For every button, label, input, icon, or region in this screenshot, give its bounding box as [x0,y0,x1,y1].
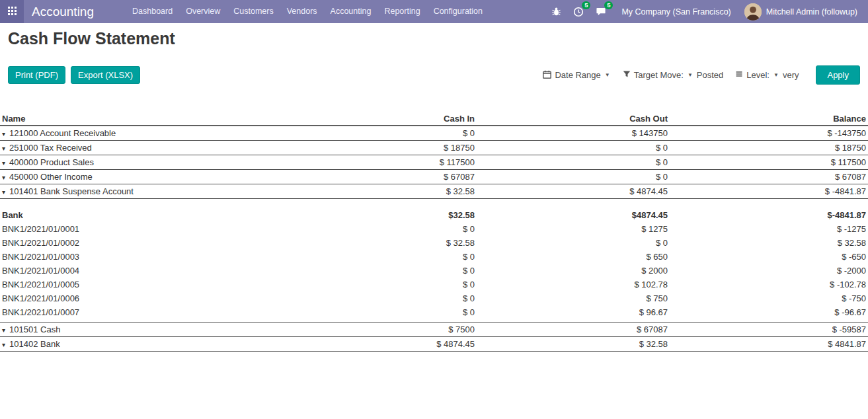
level-value: very [783,70,799,80]
date-range-label: Date Range [555,70,600,80]
spacer-cell [0,199,868,208]
name-cell: BNK1/2021/01/0007 [0,305,284,319]
menu-item-configuration[interactable]: Configuration [427,0,489,23]
target-move-filter[interactable]: Target Move: ▼ Posted [623,70,724,80]
expand-caret-icon[interactable]: ▾ [2,174,5,181]
row-name: 101402 Bank [9,339,60,349]
balance-cell: $ -102.78 [670,278,868,291]
company-switcher[interactable]: My Company (San Francisco) [612,7,740,17]
app-brand[interactable]: Accounting [32,5,94,19]
table-header-row: Name Cash In Cash Out Balance [0,112,868,126]
move-line-row: BNK1/2021/01/0002$ 32.58$ 0$ 32.58 [0,236,868,250]
export-xlsx-button[interactable]: Export (XLSX) [71,66,140,84]
row-name: 101501 Cash [9,324,60,334]
cash-out-cell: $ 2000 [477,264,670,278]
cash-out-cell: $ 102.78 [477,278,670,291]
activity-count-badge: 5 [582,1,590,9]
menu-item-overview[interactable]: Overview [179,0,227,23]
balance-cell: $ 32.58 [670,236,868,250]
move-line-row: BNK1/2021/01/0005$ 0$ 102.78$ -102.78 [0,278,868,291]
target-move-label: Target Move: [634,70,684,80]
cash-in-cell: $ 4874.45 [284,337,477,352]
user-menu[interactable]: Mitchell Admin (followup) [740,3,861,20]
expand-caret-icon[interactable]: ▾ [2,145,5,152]
report-table-body: ▾121000 Account Receivable$ 0$ 143750$ -… [0,126,868,352]
chevron-down-icon: ▼ [688,72,693,78]
header-cash-in: Cash In [284,112,477,126]
move-line-row: BNK1/2021/01/0001$ 0$ 1275$ -1275 [0,222,868,236]
avatar [744,3,762,20]
level-label: Level: [746,70,769,80]
menu-item-vendors[interactable]: Vendors [280,0,324,23]
expand-caret-icon[interactable]: ▾ [2,188,5,196]
page-title: Cash Flow Statement [8,29,860,48]
apply-button[interactable]: Apply [816,65,860,85]
debug-bug-icon[interactable] [545,0,567,23]
name-cell: BNK1/2021/01/0006 [0,291,284,305]
balance-cell: $ -1275 [670,222,868,236]
menu-item-reporting[interactable]: Reporting [377,0,426,23]
chevron-down-icon: ▼ [605,72,610,78]
menu-item-accounting[interactable]: Accounting [324,0,378,23]
activities-clock-icon[interactable]: 5 [567,0,590,23]
balance-cell: $ -2000 [670,264,868,278]
cash-out-cell: $ 1275 [477,222,670,236]
export-buttons: Print (PDF) Export (XLSX) [8,66,140,84]
apps-menu-button[interactable] [0,0,24,23]
message-count-badge: 5 [604,1,613,9]
top-menu: Dashboard Overview Customers Vendors Acc… [126,0,489,23]
cash-flow-table: Name Cash In Cash Out Balance ▾121000 Ac… [0,112,868,352]
cash-in-cell: $ 32.58 [284,236,477,250]
cash-out-cell: $ 650 [477,250,670,264]
cash-out-cell: $ 0 [477,170,670,184]
cash-out-cell: $ 4874.45 [477,184,670,199]
name-cell: ▾450000 Other Income [0,170,284,184]
row-name: 400000 Product Sales [9,157,94,167]
account-row[interactable]: ▾101402 Bank$ 4874.45$ 32.58$ 4841.87 [0,337,868,352]
messages-chat-icon[interactable]: 5 [590,0,612,23]
name-cell: BNK1/2021/01/0004 [0,264,284,278]
spacer-row [0,199,868,208]
cash-in-cell: $ 18750 [284,141,477,155]
name-cell: BNK1/2021/01/0003 [0,250,284,264]
level-filter[interactable]: Level: ▼ very [735,70,799,80]
cash-in-cell: $ 0 [284,291,477,305]
row-name: 450000 Other Income [9,172,93,182]
account-row[interactable]: ▾400000 Product Sales$ 117500$ 0$ 117500 [0,155,868,170]
print-pdf-button[interactable]: Print (PDF) [8,66,65,84]
chevron-down-icon: ▼ [773,72,779,78]
balance-cell: $ 18750 [670,141,868,155]
row-name: 251000 Tax Received [9,143,92,153]
account-row[interactable]: ▾101401 Bank Suspense Account$ 32.58$ 48… [0,184,868,199]
header-cash-out: Cash Out [477,112,670,126]
menu-item-dashboard[interactable]: Dashboard [126,0,179,23]
actions-row: Print (PDF) Export (XLSX) Date Range ▼ [0,65,868,85]
cash-out-cell: $ 143750 [477,126,670,141]
name-cell: BNK1/2021/01/0005 [0,278,284,291]
cash-out-cell: $ 0 [477,236,670,250]
expand-caret-icon[interactable]: ▾ [2,326,5,334]
cash-out-cell: $ 750 [477,291,670,305]
balance-cell: $ -96.67 [670,305,868,319]
account-row[interactable]: ▾121000 Account Receivable$ 0$ 143750$ -… [0,126,868,141]
row-name: BNK1/2021/01/0006 [2,293,79,303]
balance-cell: $ 67087 [670,170,868,184]
header-name: Name [0,112,284,126]
expand-caret-icon[interactable]: ▾ [2,341,5,348]
name-cell: ▾400000 Product Sales [0,155,284,170]
account-row[interactable]: ▾101501 Cash$ 7500$ 67087$ -59587 [0,323,868,337]
report-filters: Date Range ▼ Target Move: ▼ Posted Level… [543,65,860,85]
name-cell: BNK1/2021/01/0002 [0,236,284,250]
expand-caret-icon[interactable]: ▾ [2,159,5,167]
cash-in-cell: $ 0 [284,264,477,278]
date-range-filter[interactable]: Date Range ▼ [543,70,610,81]
account-row[interactable]: ▾450000 Other Income$ 67087$ 0$ 67087 [0,170,868,184]
user-name: Mitchell Admin (followup) [766,7,857,17]
cash-out-cell: $ 96.67 [477,305,670,319]
balance-cell: $ -143750 [670,126,868,141]
account-row[interactable]: ▾251000 Tax Received$ 18750$ 0$ 18750 [0,141,868,155]
expand-caret-icon[interactable]: ▾ [2,130,5,137]
menu-item-customers[interactable]: Customers [227,0,280,23]
name-cell: ▾101402 Bank [0,337,284,352]
row-name: Bank [2,210,23,220]
